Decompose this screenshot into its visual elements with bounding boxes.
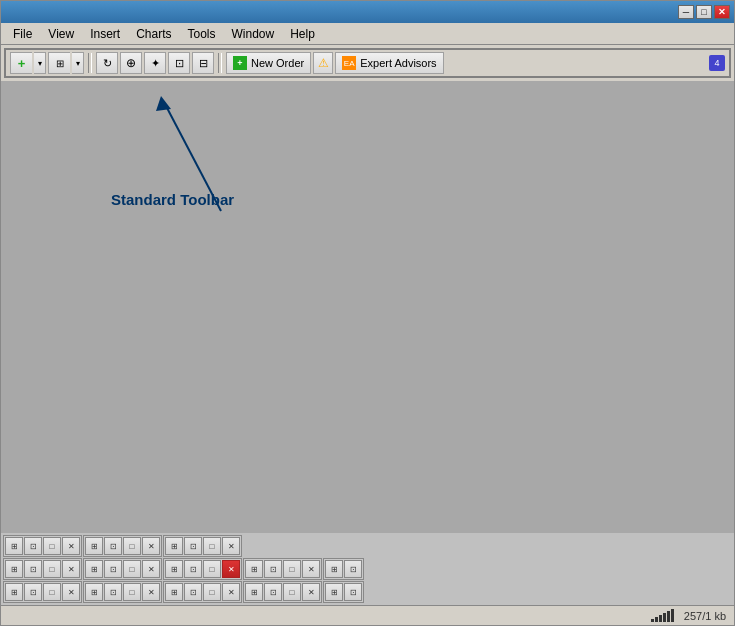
menu-tools[interactable]: Tools — [180, 25, 224, 43]
signal-bar-1 — [651, 619, 654, 622]
mini-btn[interactable]: ⊡ — [344, 560, 362, 578]
mini-close-btn[interactable]: ✕ — [142, 537, 160, 555]
toolbar-group-1-1: ⊞ ⊡ □ ✕ — [3, 535, 82, 557]
mini-btn[interactable]: ⊡ — [104, 537, 122, 555]
menu-file[interactable]: File — [5, 25, 40, 43]
toolbar-group-2-1: ⊞ ⊡ □ ✕ — [3, 558, 82, 580]
main-window: ─ □ ✕ File View Insert Charts Tools Wind… — [0, 0, 735, 626]
new-chart-button[interactable]: + — [10, 52, 32, 74]
menu-view[interactable]: View — [40, 25, 82, 43]
mini-close-btn[interactable]: ✕ — [142, 560, 160, 578]
open-chart-dropdown[interactable]: ▾ — [72, 52, 84, 74]
toolbar-area: + ▾ ⊞ ▾ ↻ ⊕ ✦ ⊡ — [1, 45, 734, 81]
ea-warning-button[interactable]: ⚠ — [313, 52, 333, 74]
menu-charts[interactable]: Charts — [128, 25, 179, 43]
mini-btn[interactable]: □ — [123, 583, 141, 601]
statusbar: 257/1 kb — [1, 605, 734, 625]
mini-btn[interactable]: ⊡ — [184, 560, 202, 578]
mini-btn[interactable]: ⊞ — [165, 560, 183, 578]
mini-btn[interactable]: □ — [283, 583, 301, 601]
maximize-button[interactable]: □ — [696, 5, 712, 19]
signal-bar-4 — [663, 613, 666, 622]
mini-btn[interactable]: □ — [283, 560, 301, 578]
mini-btn[interactable]: ⊞ — [245, 560, 263, 578]
move-icon: ✦ — [151, 57, 160, 70]
expert-advisors-button[interactable]: EA Expert Advisors — [335, 52, 443, 74]
expert-advisors-label: Expert Advisors — [360, 57, 436, 69]
mini-btn[interactable]: □ — [43, 537, 61, 555]
mini-btn[interactable]: □ — [43, 560, 61, 578]
mini-btn[interactable]: □ — [123, 560, 141, 578]
toolbar-group-3-2: ⊞ ⊡ □ ✕ — [83, 581, 162, 603]
toolbar-group-2-5: ⊞ ⊡ — [323, 558, 364, 580]
mini-btn[interactable]: □ — [43, 583, 61, 601]
new-chart-dropdown[interactable]: ▾ — [34, 52, 46, 74]
mini-close-btn[interactable]: ✕ — [222, 583, 240, 601]
mini-btn[interactable]: ⊡ — [344, 583, 362, 601]
mini-btn[interactable]: □ — [203, 537, 221, 555]
toolbar-group-2-4: ⊞ ⊡ □ ✕ — [243, 558, 322, 580]
crosshair-button[interactable]: ⊕ — [120, 52, 142, 74]
bottom-toolbars-area: ⊞ ⊡ □ ✕ ⊞ ⊡ □ ✕ ⊞ ⊡ □ ✕ — [1, 533, 734, 605]
mini-btn[interactable]: ⊡ — [24, 537, 42, 555]
mini-btn[interactable]: ⊞ — [325, 560, 343, 578]
properties-button[interactable]: ⊡ — [168, 52, 190, 74]
mini-btn[interactable]: ⊞ — [165, 583, 183, 601]
toolbar-group-2-2: ⊞ ⊡ □ ✕ — [83, 558, 162, 580]
mini-close-btn[interactable]: ✕ — [142, 583, 160, 601]
crosshair-icon: ⊕ — [126, 56, 136, 70]
refresh-button[interactable]: ↻ — [96, 52, 118, 74]
mini-btn[interactable]: ⊞ — [165, 537, 183, 555]
new-chart-icon: + — [18, 56, 26, 71]
mini-btn[interactable]: ⊡ — [24, 583, 42, 601]
mini-btn[interactable]: ⊞ — [85, 583, 103, 601]
new-order-label: New Order — [251, 57, 304, 69]
menu-help[interactable]: Help — [282, 25, 323, 43]
open-chart-button[interactable]: ⊞ — [48, 52, 70, 74]
toolbar-group-3-1: ⊞ ⊡ □ ✕ — [3, 581, 82, 603]
mini-btn[interactable]: ⊞ — [85, 537, 103, 555]
mini-btn[interactable]: ⊞ — [5, 560, 23, 578]
new-order-button[interactable]: + New Order — [226, 52, 311, 74]
zoom-period-button[interactable]: ⊟ — [192, 52, 214, 74]
mini-btn[interactable]: ⊡ — [24, 560, 42, 578]
badge-counter: 4 — [709, 55, 725, 71]
mini-btn[interactable]: ⊡ — [104, 560, 122, 578]
mini-close-btn[interactable]: ✕ — [62, 583, 80, 601]
mini-btn[interactable]: ⊞ — [5, 537, 23, 555]
mini-close-btn[interactable]: ✕ — [62, 537, 80, 555]
toolbar-row-1: ⊞ ⊡ □ ✕ ⊞ ⊡ □ ✕ ⊞ ⊡ □ ✕ — [3, 535, 732, 557]
mini-close-btn[interactable]: ✕ — [302, 583, 320, 601]
refresh-icon: ↻ — [103, 57, 112, 70]
mini-btn[interactable]: ⊞ — [85, 560, 103, 578]
toolbar-label: Standard Toolbar — [111, 191, 234, 208]
mini-btn[interactable]: □ — [203, 560, 221, 578]
mini-btn[interactable]: ⊡ — [184, 537, 202, 555]
minimize-button[interactable]: ─ — [678, 5, 694, 19]
mini-btn[interactable]: ⊞ — [245, 583, 263, 601]
toolbar-group-1-2: ⊞ ⊡ □ ✕ — [83, 535, 162, 557]
mini-btn[interactable]: ⊡ — [264, 583, 282, 601]
mini-btn[interactable]: □ — [123, 537, 141, 555]
mini-btn[interactable]: ⊞ — [325, 583, 343, 601]
toolbar-group-1-3: ⊞ ⊡ □ ✕ — [163, 535, 242, 557]
toolbar-group-3-5: ⊞ ⊡ — [323, 581, 364, 603]
mini-close-btn[interactable]: ✕ — [222, 537, 240, 555]
toolbar-group-2-3: ⊞ ⊡ □ ✕ — [163, 558, 242, 580]
mini-btn[interactable]: ⊡ — [264, 560, 282, 578]
mini-btn[interactable]: ⊡ — [184, 583, 202, 601]
toolbar-group-3-4: ⊞ ⊡ □ ✕ — [243, 581, 322, 603]
mini-close-btn-active[interactable]: ✕ — [222, 560, 240, 578]
menu-window[interactable]: Window — [224, 25, 283, 43]
mini-btn[interactable]: □ — [203, 583, 221, 601]
signal-bar-3 — [659, 615, 662, 622]
mini-close-btn[interactable]: ✕ — [302, 560, 320, 578]
move-chart-button[interactable]: ✦ — [144, 52, 166, 74]
open-chart-icon: ⊞ — [56, 58, 64, 69]
menu-insert[interactable]: Insert — [82, 25, 128, 43]
mini-btn[interactable]: ⊡ — [104, 583, 122, 601]
close-button[interactable]: ✕ — [714, 5, 730, 19]
signal-bar-5 — [667, 611, 670, 622]
mini-btn[interactable]: ⊞ — [5, 583, 23, 601]
mini-close-btn[interactable]: ✕ — [62, 560, 80, 578]
